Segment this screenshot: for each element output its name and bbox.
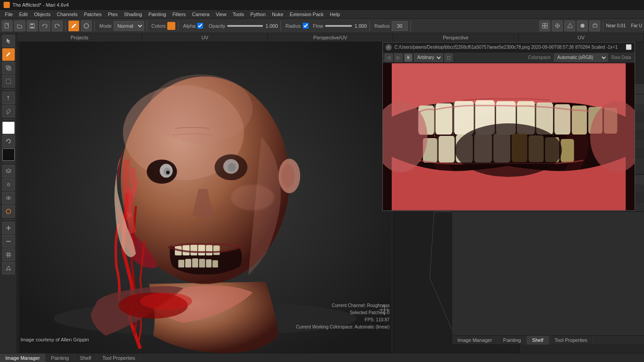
menu-painting[interactable]: Painting bbox=[145, 10, 169, 19]
tool-clone[interactable] bbox=[2, 62, 15, 74]
fg-color-btn[interactable] bbox=[167, 22, 175, 30]
colorspace-select[interactable]: Automatic (sRGB) sRGB Linear bbox=[554, 54, 608, 62]
viewport-3d[interactable]: Image courtesy of Allen Grippin Current … bbox=[17, 42, 393, 353]
brush-tool-btn[interactable] bbox=[68, 21, 79, 31]
tab-painting[interactable]: Painting bbox=[498, 336, 527, 345]
near-far-label: Near 0.01 bbox=[606, 23, 626, 28]
tab-projects[interactable]: Projects bbox=[17, 33, 142, 42]
bottom-tab-image-manager[interactable]: Image Manager bbox=[0, 354, 46, 362]
tab-tool-properties[interactable]: Tool Properties bbox=[549, 336, 593, 345]
undo-btn[interactable] bbox=[39, 21, 50, 31]
tab-uv[interactable]: UV bbox=[142, 33, 267, 42]
tool-picker[interactable] bbox=[2, 105, 15, 118]
tool-fg-color[interactable] bbox=[2, 122, 15, 134]
menu-shading[interactable]: Shading bbox=[121, 10, 145, 19]
save-btn[interactable] bbox=[27, 21, 38, 31]
tab-image-manager[interactable]: Image Manager bbox=[452, 336, 498, 345]
svg-rect-55 bbox=[213, 245, 220, 255]
bottom-tab-shelf[interactable]: Shelf bbox=[75, 354, 97, 362]
tool-grid[interactable] bbox=[2, 248, 15, 261]
tool-eye[interactable] bbox=[2, 192, 15, 204]
menu-extension-pack[interactable]: Extension Pack bbox=[287, 10, 327, 19]
toolbar-right-btn2[interactable] bbox=[552, 21, 563, 31]
menu-objects[interactable]: Objects bbox=[31, 10, 54, 19]
flow-slider-track[interactable] bbox=[325, 25, 352, 27]
svg-rect-52 bbox=[191, 244, 197, 255]
toolbar-right-btn1[interactable] bbox=[539, 21, 550, 31]
alpha-checkbox[interactable] bbox=[197, 23, 203, 29]
tool-remove[interactable] bbox=[2, 235, 15, 248]
mode-select[interactable]: Normal Add Multiply Screen bbox=[114, 21, 144, 31]
svg-rect-105 bbox=[561, 139, 574, 162]
tool-select[interactable] bbox=[2, 35, 15, 47]
svg-rect-8 bbox=[545, 23, 547, 25]
menu-filters[interactable]: Filters bbox=[169, 10, 189, 19]
colorspace-label: Colorspace bbox=[528, 55, 551, 60]
tab-shelf[interactable]: Shelf bbox=[527, 336, 549, 345]
opacity-slider-track[interactable] bbox=[227, 25, 263, 27]
toolbar-right-btn3[interactable] bbox=[564, 21, 575, 31]
img-prev-btn[interactable]: ◁ bbox=[385, 54, 393, 62]
svg-marker-23 bbox=[6, 140, 8, 142]
menu-ptex[interactable]: Ptex bbox=[105, 10, 121, 19]
image-viewer-close[interactable]: × bbox=[386, 44, 392, 51]
tool-rotate[interactable] bbox=[2, 135, 15, 147]
toolbar-sep-2 bbox=[94, 21, 95, 31]
menu-help[interactable]: Help bbox=[327, 10, 343, 19]
tool-blade[interactable] bbox=[2, 262, 15, 274]
bottom-status-bar: Image Manager Painting Shelf Tool Proper… bbox=[0, 353, 644, 362]
svg-marker-14 bbox=[568, 23, 572, 28]
svg-marker-17 bbox=[7, 38, 10, 44]
tool-layer[interactable] bbox=[2, 165, 15, 177]
menu-camera[interactable]: Camera bbox=[189, 10, 212, 19]
svg-point-114 bbox=[455, 123, 562, 177]
bottom-tab-painting[interactable]: Painting bbox=[46, 354, 75, 362]
tab-perspective-uv[interactable]: Perspective/UV bbox=[268, 33, 393, 42]
svg-rect-3 bbox=[31, 24, 33, 25]
open-btn[interactable] bbox=[14, 21, 25, 31]
tab-perspective[interactable]: Perspective bbox=[393, 33, 518, 42]
svg-text:T: T bbox=[7, 95, 10, 101]
tab-uv2[interactable]: UV bbox=[519, 33, 644, 42]
img-mode-btn[interactable]: ◻ bbox=[445, 54, 453, 62]
svg-point-15 bbox=[580, 24, 585, 28]
tool-settings[interactable] bbox=[2, 178, 15, 191]
selected-patches-status: Selected Patches: 0 bbox=[296, 309, 390, 316]
tool-sphere[interactable] bbox=[2, 205, 15, 218]
menu-view[interactable]: View bbox=[212, 10, 229, 19]
arbitrary-select[interactable]: Arbitrary Fit 1:1 bbox=[414, 54, 443, 62]
opacity-label: Opacity bbox=[208, 23, 225, 29]
svg-point-44 bbox=[166, 171, 170, 174]
img-next-btn[interactable]: ▷ bbox=[394, 54, 402, 62]
colorspace-status: Current Working Colorspace: Automatic (l… bbox=[296, 324, 390, 331]
image-viewer-window: × C:/Users/pawns/Desktop/bbccf2268cf61a5… bbox=[382, 42, 635, 211]
menu-edit[interactable]: Edit bbox=[16, 10, 31, 19]
redo-btn[interactable] bbox=[52, 21, 63, 31]
radius2-label: Radius bbox=[374, 23, 390, 29]
app-title: The Afflicted* - Mari 4.6v4 bbox=[13, 2, 69, 8]
menu-python[interactable]: Python bbox=[247, 10, 269, 19]
menu-nuke[interactable]: Nuke bbox=[269, 10, 287, 19]
tool-add[interactable] bbox=[2, 222, 15, 234]
menu-patches[interactable]: Patches bbox=[80, 10, 105, 19]
toolbar-right-btn5[interactable] bbox=[589, 21, 600, 31]
tool-paint[interactable] bbox=[2, 48, 15, 61]
new-btn[interactable] bbox=[2, 21, 13, 31]
image-viewer-maximize[interactable]: ⬜ bbox=[626, 44, 632, 50]
radius-checkbox[interactable] bbox=[303, 23, 309, 29]
tool-selection[interactable] bbox=[2, 75, 15, 88]
bottom-tab-tool-properties[interactable]: Tool Properties bbox=[97, 354, 141, 362]
menu-tools[interactable]: Tools bbox=[229, 10, 247, 19]
circle-brush-btn[interactable] bbox=[81, 21, 92, 31]
image-viewer-content bbox=[383, 63, 635, 210]
menu-file[interactable]: File bbox=[2, 10, 16, 19]
toolbar-right-btn4[interactable] bbox=[577, 21, 588, 31]
tool-bg-color[interactable] bbox=[2, 148, 15, 161]
right-panel-bottom-tabs: Image Manager Painting Shelf Tool Proper… bbox=[452, 335, 644, 344]
radius-input[interactable] bbox=[392, 21, 408, 31]
tool-text[interactable]: T bbox=[2, 92, 15, 104]
svg-rect-54 bbox=[206, 245, 213, 255]
svg-rect-0 bbox=[5, 23, 8, 28]
img-x-btn[interactable]: ✕ bbox=[404, 54, 412, 62]
menu-channels[interactable]: Channels bbox=[54, 10, 80, 19]
